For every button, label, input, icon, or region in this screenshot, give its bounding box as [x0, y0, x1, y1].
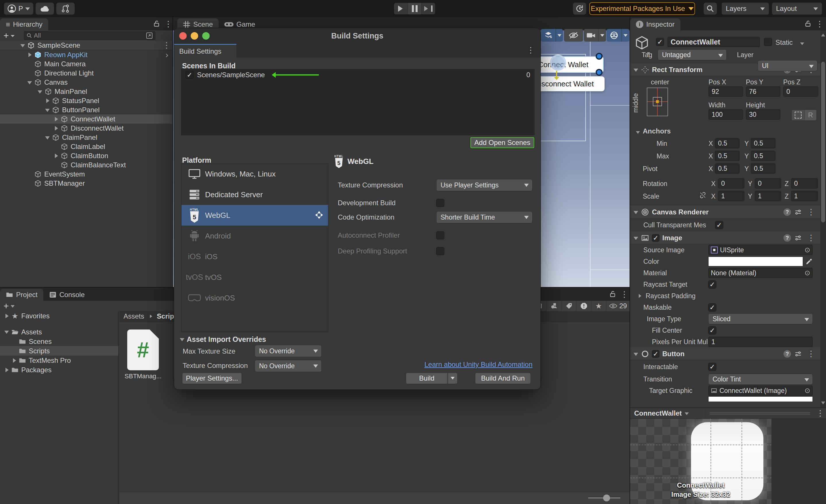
raw-edit-button[interactable]: R [805, 110, 816, 120]
width-field[interactable]: 100 [709, 109, 743, 120]
play-button[interactable] [394, 3, 408, 14]
hierarchy-search-input[interactable]: All [24, 31, 155, 40]
scale-y-field[interactable]: 1 [755, 191, 781, 201]
hierarchy-item-canvas[interactable]: Canvas [0, 78, 172, 87]
hierarchy-item-claimbutton[interactable]: ClaimButton [0, 151, 172, 161]
tab-console[interactable]: Console [43, 289, 91, 301]
favorites-filter-icon[interactable]: ★ [591, 301, 606, 311]
max-y-field[interactable]: 0.5 [751, 151, 775, 161]
platform-visionos[interactable]: visionOS [181, 288, 328, 308]
button-header[interactable]: ✓ Button ?⋮ [630, 348, 820, 360]
texture-compression-override-dropdown[interactable]: No Override [255, 360, 322, 372]
anchor-preset-widget[interactable] [647, 87, 668, 116]
image-type-dropdown[interactable]: Sliced [708, 313, 813, 324]
scene-camera-button[interactable] [584, 29, 606, 42]
pixels-per-unit-field[interactable]: 1 [708, 337, 813, 347]
layout-dropdown[interactable]: Layout [772, 3, 822, 15]
platform-webgl[interactable]: HTML5WebGL [181, 205, 328, 226]
active-checkbox[interactable]: ✓ [656, 38, 664, 46]
target-graphic-field[interactable]: ConnectWallet (Image)⊙ [708, 385, 813, 396]
project-item-scenes[interactable]: Scenes [0, 337, 118, 346]
preview-footer[interactable]: ConnectWallet ⋮ [630, 407, 826, 419]
zoom-slider-knob[interactable] [603, 495, 610, 501]
expand-arrow-icon[interactable] [26, 53, 33, 57]
platform-ios[interactable]: iOSiOS [181, 246, 328, 267]
move-gizmo[interactable] [550, 55, 566, 71]
presets-icon[interactable] [794, 208, 802, 216]
expand-arrow-icon[interactable] [3, 314, 10, 318]
close-icon[interactable] [179, 32, 187, 40]
hierarchy-item-eventsystem[interactable]: EventSystem [0, 170, 172, 179]
scene-checkbox[interactable]: ✓ [185, 71, 193, 79]
build-automation-link[interactable]: Learn about Unity Build Automation [424, 361, 532, 369]
hierarchy-item-claimlabel[interactable]: ClaimLabel [0, 142, 172, 151]
hierarchy-item-samplescene[interactable]: SampleScene⋮ [0, 41, 172, 50]
expand-arrow-icon[interactable] [26, 78, 33, 87]
scene-visibility-button[interactable] [564, 29, 583, 42]
min-y-field[interactable]: 0.5 [751, 138, 775, 148]
image-header[interactable]: ✓ Image ?⋮ [630, 232, 820, 244]
expand-arrow-icon[interactable] [3, 368, 10, 372]
material-field[interactable]: None (Material)⊙ [708, 268, 813, 278]
setting-checkbox[interactable] [436, 199, 444, 207]
hierarchy-item-sbtmanager[interactable]: SBTManager [0, 179, 172, 188]
project-item-assets[interactable]: Assets [0, 327, 118, 337]
drag-handle[interactable] [705, 412, 815, 415]
expand-arrow-icon[interactable] [3, 328, 10, 336]
foldout-icon[interactable] [634, 69, 638, 74]
experimental-packages-warning[interactable]: Experimental Packages In Use [589, 2, 695, 15]
button-enabled-checkbox[interactable]: ✓ [652, 350, 659, 358]
build-and-run-button[interactable]: Build And Run [475, 373, 531, 384]
normal-color-swatch[interactable] [708, 396, 813, 401]
anchor-handle[interactable] [596, 53, 602, 60]
pivot-x-field[interactable]: 0.5 [715, 163, 740, 174]
expand-arrow-icon[interactable] [44, 106, 51, 114]
project-item-scripts[interactable]: Scripts [0, 346, 118, 356]
undo-history-button[interactable] [573, 3, 586, 15]
chevron-down-icon[interactable] [598, 29, 606, 42]
expand-arrow-icon[interactable] [36, 87, 44, 96]
chevron-right-icon[interactable]: › [161, 50, 172, 60]
lock-icon[interactable] [609, 291, 616, 298]
help-icon[interactable]: ? [783, 208, 791, 216]
tab-project[interactable]: Project [0, 289, 43, 301]
hierarchy-item-reown-appkit[interactable]: Reown AppKit› [0, 50, 172, 59]
cull-transparent-mesh-checkbox[interactable]: ✓ [715, 221, 723, 229]
kebab-icon[interactable]: ⋮ [805, 208, 817, 216]
kebab-icon[interactable]: ⋮ [161, 41, 172, 49]
scale-z-field[interactable]: 1 [791, 191, 818, 201]
hierarchy-item-disconnectwallet[interactable]: DisconnectWallet [0, 124, 172, 133]
eyedropper-icon[interactable] [805, 258, 813, 265]
type-filter-icon[interactable] [546, 301, 561, 311]
platform-dedicated-server[interactable]: Dedicated Server [181, 184, 328, 205]
rotation-x-field[interactable]: 0 [718, 178, 745, 189]
kebab-icon[interactable]: ⋮ [815, 409, 826, 417]
hierarchy-item-claimpanel[interactable]: ClaimPanel [0, 133, 172, 142]
foldout-icon[interactable] [636, 131, 640, 136]
hierarchy-item-statuspanel[interactable]: StatusPanel [0, 96, 172, 105]
max-texture-size-dropdown[interactable]: No Override [255, 345, 322, 357]
warning-filter-icon[interactable] [576, 301, 591, 311]
color-swatch[interactable] [708, 257, 803, 266]
foldout-icon[interactable] [639, 294, 643, 298]
lock-icon[interactable] [154, 20, 160, 27]
label-filter-icon[interactable] [561, 301, 576, 311]
expand-arrow-icon[interactable] [10, 358, 18, 363]
lock-icon[interactable] [805, 20, 811, 27]
scale-link-icon[interactable] [699, 191, 707, 199]
hierarchy-item-directional-light[interactable]: Directional Light [0, 69, 172, 78]
scenes-in-build-list[interactable]: ✓ Scenes/SampleScene 0 [181, 69, 534, 135]
cloud-button[interactable] [36, 3, 54, 15]
breadcrumb-current[interactable]: Script [157, 312, 176, 320]
object-picker-icon[interactable]: ⊙ [805, 246, 810, 254]
step-button[interactable] [421, 3, 435, 14]
pos-x-field[interactable]: 92 [709, 86, 743, 97]
kebab-icon[interactable]: ⋮ [525, 46, 536, 54]
scene-list-item[interactable]: ✓ Scenes/SampleScene 0 [181, 69, 534, 80]
tab-build-settings[interactable]: Build Settings [174, 44, 236, 58]
shading-mode-button[interactable] [541, 29, 563, 42]
setting-checkbox[interactable] [436, 231, 444, 239]
build-button[interactable]: Build [406, 373, 448, 384]
source-image-field[interactable]: UISprite⊙ [708, 245, 813, 255]
project-item-favorites[interactable]: ★Favorites [0, 311, 118, 321]
